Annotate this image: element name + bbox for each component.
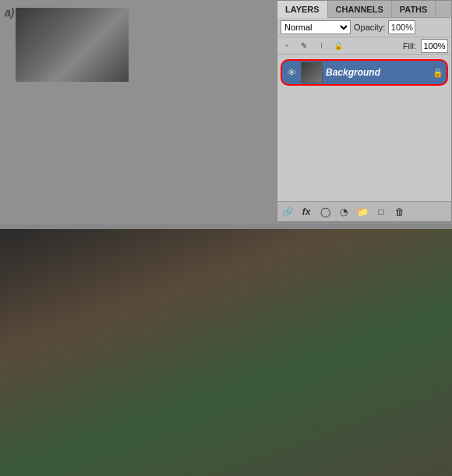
opacity-input[interactable]	[388, 20, 415, 34]
canvas-image-a	[16, 8, 129, 82]
link-layers-btn[interactable]: 🔗	[281, 205, 295, 219]
lock-transparent-btn[interactable]: ▫	[281, 40, 293, 52]
layer-lock-icon: 🔒	[433, 68, 443, 78]
lock-paint-btn[interactable]: ✎	[298, 40, 310, 52]
blend-opacity-row: Normal Multiply Screen Opacity:	[277, 18, 451, 37]
fill-label: Fill:	[403, 41, 416, 51]
opacity-label: Opacity:	[354, 23, 385, 32]
layer-options-row: ▫ ✎ ⁝ 🔒 Fill:	[277, 37, 451, 55]
image-content-b	[0, 229, 452, 476]
fx-btn[interactable]: fx	[299, 205, 313, 219]
layer-name: Background	[326, 67, 429, 78]
dialog-overlay: New Layer ✕ Name: Use Prev	[0, 458, 452, 476]
layers-panel: LAYERS CHANNELS PATHS Normal Multiply Sc…	[277, 0, 452, 222]
group-btn[interactable]: 📁	[355, 205, 369, 219]
blend-mode-select[interactable]: Normal Multiply Screen	[281, 20, 351, 34]
section-a-label: a)	[5, 6, 14, 19]
layers-tabs: LAYERS CHANNELS PATHS	[277, 1, 451, 18]
layer-thumbnail	[301, 62, 323, 83]
background-layer-row[interactable]: 👁 Background 🔒	[281, 59, 448, 86]
lock-all-btn[interactable]: 🔒	[332, 40, 344, 52]
tab-paths[interactable]: PATHS	[392, 1, 436, 17]
tab-channels[interactable]: CHANNELS	[328, 1, 392, 17]
section-a: a) LAYERS CHANNELS PATHS Normal Multiply…	[0, 0, 452, 226]
image-content-a	[16, 8, 129, 82]
mask-btn[interactable]: ◯	[318, 205, 332, 219]
fill-input[interactable]	[421, 39, 448, 53]
tab-layers[interactable]: LAYERS	[277, 1, 328, 18]
layer-visibility-eye[interactable]: 👁	[285, 66, 298, 79]
adjustment-btn[interactable]: ◔	[337, 205, 351, 219]
lock-move-btn[interactable]: ⁝	[315, 40, 327, 52]
new-layer-btn[interactable]: □	[374, 205, 388, 219]
canvas-image-b	[0, 229, 452, 476]
layers-bottom-toolbar: 🔗 fx ◯ ◔ 📁 □ 🗑	[277, 201, 451, 221]
section-b: b) New Layer ✕ Name:	[0, 229, 452, 476]
delete-layer-btn[interactable]: 🗑	[393, 205, 407, 219]
